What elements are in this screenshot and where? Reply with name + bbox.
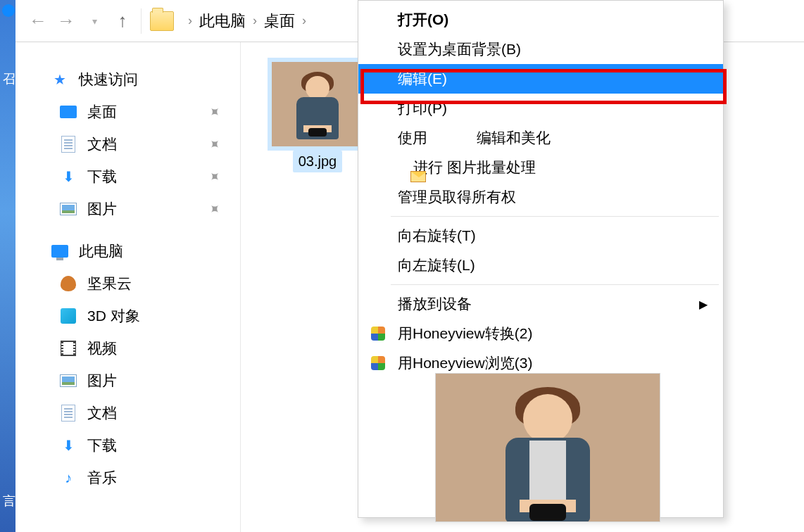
breadcrumb-part[interactable]: 此电脑 (199, 11, 246, 32)
file-name-label: 03.jpg (293, 151, 343, 172)
folder-icon (150, 11, 174, 31)
menu-separator (391, 284, 719, 285)
sidebar-label: 快速访问 (79, 70, 138, 89)
sidebar-label: 此电脑 (79, 241, 123, 261)
pin-icon: ✦ (204, 167, 225, 187)
sidebar-item-3dobjects[interactable]: 3D 对象 (15, 300, 240, 332)
desktop-icon (59, 103, 77, 121)
sidebar-item-pictures[interactable]: 图片 ✦ (15, 193, 240, 225)
menu-rotate-left[interactable]: 向左旋转(L) (358, 251, 723, 280)
monitor-icon (51, 242, 69, 260)
mail-icon (410, 171, 426, 182)
sidebar-label: 下载 (87, 436, 117, 455)
music-icon: ♪ (59, 469, 77, 487)
sidebar-label: 音乐 (87, 468, 117, 488)
pictures-icon (59, 372, 77, 390)
menu-rotate-right[interactable]: 向右旋转(T) (358, 221, 723, 251)
film-icon (59, 339, 77, 357)
nut-icon (59, 274, 77, 293)
download-icon: ⬇ (59, 436, 77, 455)
sidebar-label: 图片 (87, 371, 117, 391)
menu-batch-process[interactable]: 进行 图片批量处理 (358, 153, 723, 182)
document-icon (59, 404, 77, 422)
sidebar-label: 坚果云 (87, 274, 132, 293)
sidebar-label: 下载 (87, 167, 117, 186)
sidebar-item-pictures2[interactable]: 图片 (15, 365, 240, 397)
pin-icon: ✦ (204, 102, 225, 122)
menu-edit[interactable]: 编辑(E) (358, 64, 723, 94)
star-icon: ★ (51, 70, 69, 89)
sidebar-item-videos[interactable]: 视频 (15, 332, 240, 365)
sidebar-item-desktop[interactable]: 桌面 ✦ (15, 96, 240, 128)
menu-open[interactable]: 打开(O) (358, 5, 723, 34)
menu-print[interactable]: 打印(P) (358, 94, 723, 123)
sidebar-quick-access[interactable]: ★ 快速访问 (15, 63, 240, 96)
honeyview-icon (371, 327, 385, 341)
breadcrumb-sep: › (188, 13, 192, 28)
sidebar-label: 图片 (87, 199, 117, 219)
menu-honeyview-convert[interactable]: 用Honeyview转换(2) (358, 319, 723, 348)
sidebar-label: 文档 (87, 403, 117, 423)
sidebar-this-pc[interactable]: 此电脑 (15, 235, 240, 267)
nav-forward-button[interactable]: → (52, 7, 80, 35)
pin-icon: ✦ (204, 199, 225, 220)
file-tile[interactable]: 03.jpg (265, 58, 370, 172)
sidebar-label: 桌面 (87, 102, 117, 122)
breadcrumb-sep: › (253, 13, 257, 28)
menu-admin-ownership[interactable]: 管理员取得所有权 (358, 182, 723, 212)
cube-icon (59, 307, 77, 325)
pin-icon: ✦ (204, 134, 225, 155)
nav-divider (141, 8, 142, 34)
download-icon: ⬇ (59, 167, 77, 186)
menu-separator (391, 216, 719, 217)
pictures-icon (59, 200, 77, 218)
sidebar-item-downloads[interactable]: ⬇ 下载 ✦ (15, 160, 240, 193)
sidebar-item-documents[interactable]: 文档 ✦ (15, 128, 240, 160)
menu-cast-to-device[interactable]: 播放到设备 ▶ (358, 289, 723, 319)
sidebar-item-documents2[interactable]: 文档 (15, 397, 240, 429)
sidebar-item-downloads2[interactable]: ⬇ 下载 (15, 429, 240, 462)
sidebar-label: 3D 对象 (87, 306, 140, 326)
sidebar-item-nutcloud[interactable]: 坚果云 (15, 267, 240, 300)
desktop-edge: 召 言 (0, 0, 15, 532)
nav-sidebar: ★ 快速访问 桌面 ✦ 文档 ✦ ⬇ 下载 ✦ 图片 ✦ 此电脑 坚果云 3D … (15, 42, 241, 532)
image-preview-tooltip (435, 373, 660, 522)
sidebar-label: 文档 (87, 134, 117, 154)
breadcrumb-sep: › (302, 13, 306, 28)
sidebar-item-music[interactable]: ♪ 音乐 (15, 462, 240, 494)
nav-up-button[interactable]: ↑ (108, 7, 137, 35)
honeyview-icon (371, 356, 385, 370)
nav-back-button[interactable]: ← (24, 7, 52, 35)
file-thumbnail (272, 62, 363, 146)
menu-use-edit-beautify[interactable]: 使用编辑和美化 (358, 123, 723, 153)
breadcrumb-part[interactable]: 桌面 (264, 11, 295, 32)
menu-set-background[interactable]: 设置为桌面背景(B) (358, 34, 723, 64)
nav-history-arrow[interactable]: ▾ (80, 7, 108, 35)
submenu-arrow-icon: ▶ (699, 298, 708, 311)
document-icon (59, 135, 77, 153)
sidebar-label: 视频 (87, 338, 117, 358)
